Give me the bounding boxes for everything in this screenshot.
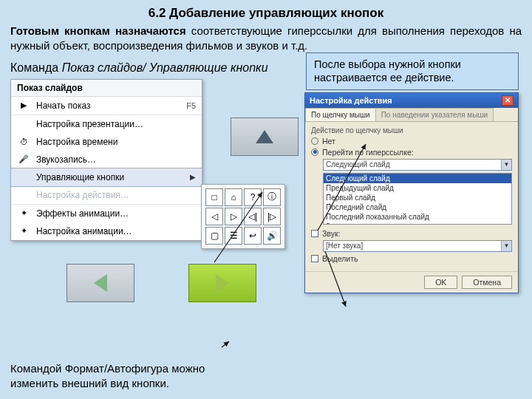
option-none-row[interactable]: Нет [311,137,512,146]
dialog-footer: OK Отмена [305,271,518,293]
action-settings-dialog: Настройка действия ✕ По щелчку мыши По н… [304,92,519,293]
menu-item-setup[interactable]: Настройка презентации… [11,115,202,133]
menu-item-timing[interactable]: ⏱ Настройка времени [11,133,202,151]
callout-box: После выбора нужной кнопки настраивается… [306,52,519,91]
hyperlink-select[interactable]: Следующий слайд ▼ [323,159,512,171]
list-item[interactable]: Предыдущий слайд [324,183,511,193]
menu-item-start[interactable]: ▶ Начать показ F5 [11,97,202,115]
checkbox-icon [311,255,318,262]
close-button[interactable]: ✕ [502,95,514,106]
list-item[interactable]: Последний слайд [324,202,511,212]
menu-item-action-settings: Настройка действия… [11,186,202,204]
shape-info[interactable]: ⓘ [263,188,281,206]
list-item[interactable]: Первый слайд [324,193,511,202]
action-buttons-submenu: □ ⌂ ? ⓘ ◁ ▷ ◁| |▷ ▢ ☰ ↩ 🔊 [201,184,285,249]
chevron-down-icon: ▼ [501,160,511,170]
play-icon: ▶ [17,100,30,112]
footnote-line2: изменить внешний вид кнопки. [10,377,169,389]
clock-icon: ⏱ [17,136,30,148]
menu-item-action-buttons[interactable]: Управляющие кнопки ▶ [10,168,202,187]
checkbox-icon [311,230,318,237]
svg-line-1 [222,341,229,347]
shape-sound[interactable]: 🔊 [263,227,281,245]
hyperlink-select-row: Следующий слайд ▼ [323,159,512,171]
dialog-tabs: По щелчку мыши По наведении указателя мы… [305,108,518,122]
sound-select-row: [Нет звука] ▼ [323,240,512,252]
menu-item-label: Настройка действия… [36,190,129,200]
option-hyperlink-label: Перейти по гиперссылке: [322,148,414,157]
select-value: [Нет звука] [326,242,363,250]
sample-button-left[interactable] [66,264,134,302]
highlight-label: Выделить [322,254,358,263]
ok-button[interactable]: OK [424,276,457,289]
footnote: Командой Формат/Автофигура можно изменит… [10,361,205,390]
shape-return[interactable]: ↩ [244,227,262,245]
submenu-arrow-icon: ▶ [190,173,196,181]
shape-first[interactable]: ◁| [244,208,262,225]
blank-icon [17,118,30,130]
sample-button-right[interactable] [188,264,256,302]
tab-on-hover[interactable]: По наведении указателя мыши [375,108,494,121]
illustration-stage: После выбора нужной кнопки настраивается… [0,79,532,330]
dialog-body: Действие по щелчку мыши Нет Перейти по г… [305,122,518,271]
blank-icon [17,189,30,201]
shape-next[interactable]: ▷ [225,208,242,225]
group-label: Действие по щелчку мыши [311,126,512,134]
sound-select[interactable]: [Нет звука] ▼ [323,240,512,252]
list-item[interactable]: Последний показанный слайд [324,212,511,222]
menu-item-label: Настройка презентации… [36,119,143,129]
menu-item-label: Управляющие кнопки [36,172,124,183]
shape-prev[interactable]: ◁ [205,208,223,225]
dialog-titlebar: Настройка действия ✕ [305,93,518,108]
star-icon: ✦ [17,208,30,219]
menu-item-anim-effects[interactable]: ✦ Эффекты анимации… [11,204,202,222]
tab-on-click[interactable]: По щелчку мыши [305,108,376,121]
blank-icon [17,171,30,183]
option-hyperlink-row[interactable]: Перейти по гиперссылке: [311,148,512,157]
dialog-title-text: Настройка действия [310,96,392,105]
radio-icon [311,149,318,156]
list-item[interactable]: Завершить показ [324,222,511,225]
option-none-label: Нет [322,137,335,146]
menu-title: Показ слайдов [11,80,202,97]
highlight-row[interactable]: Выделить [311,254,512,263]
menu-item-anim-setup[interactable]: ✦ Настройка анимации… [11,222,202,240]
section-heading: 6.2 Добавление управляющих кнопок [0,0,532,22]
chevron-down-icon: ▼ [501,241,511,251]
shape-doc[interactable]: ▢ [205,227,223,245]
triangle-up-icon [256,130,273,143]
slideshow-menu: Показ слайдов ▶ Начать показ F5 Настройк… [10,79,202,241]
menu-item-label: Эффекты анимации… [36,208,129,219]
command-italic: Показ слайдов/ Управляющие кнопки [62,61,268,74]
shape-menu[interactable]: ☰ [225,227,242,245]
menu-shortcut: F5 [186,101,196,110]
list-item[interactable]: Следующий слайд [324,174,511,183]
mic-icon: 🎤 [17,154,30,166]
shape-last[interactable]: |▷ [263,208,281,225]
sound-label: Звук: [322,229,340,238]
menu-item-label: Звукозапись… [36,154,96,165]
shape-help[interactable]: ? [244,188,262,206]
star-icon: ✦ [17,225,30,237]
triangle-left-icon [94,274,107,292]
footnote-line1: Командой Формат/Автофигура можно [10,362,205,375]
hyperlink-dropdown-list: Следующий слайд Предыдущий слайд Первый … [323,173,512,225]
menu-item-label: Настройка анимации… [36,226,132,236]
menu-item-label: Настройка времени [36,137,117,147]
sound-row[interactable]: Звук: [311,229,512,238]
command-prefix: Команда [10,61,62,74]
intro-bold: Готовым кнопкам назначаются [10,24,191,37]
shape-home[interactable]: ⌂ [225,188,242,206]
cancel-button[interactable]: Отмена [462,276,512,289]
sample-button-up[interactable] [231,117,299,156]
triangle-right-icon [216,274,229,292]
menu-item-record[interactable]: 🎤 Звукозапись… [11,151,202,168]
menu-item-label: Начать показ [36,100,91,111]
select-value: Следующий слайд [326,160,390,168]
radio-icon [311,137,318,145]
shape-blank[interactable]: □ [205,188,223,206]
